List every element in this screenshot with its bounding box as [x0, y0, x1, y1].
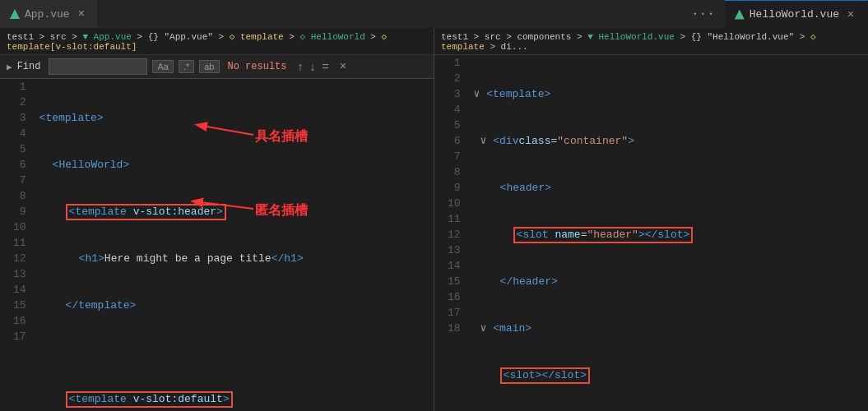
breadcrumb-text-right: test1 > src > components > ▼ HelloWorld.… [441, 31, 861, 52]
left-line-numbers: 12345 678910 1112131415 1617 [0, 79, 33, 411]
find-input[interactable] [49, 58, 147, 75]
find-aa-btn[interactable]: Aa [152, 60, 173, 73]
vue-icon-left [10, 9, 20, 19]
find-label: Find [17, 61, 41, 72]
tab-overflow-left[interactable]: ··· [685, 0, 722, 28]
left-line-4: <h1>Here might be a page title</h1> [39, 251, 427, 266]
main-content: test1 > src > ▼ App.vue > {} "App.vue" >… [0, 29, 868, 411]
right-line-numbers: 12345 678910 1112131415 161718 [434, 55, 467, 411]
left-line-7: <template v-slot:default> [39, 391, 427, 407]
right-line-4: <slot name="header"></slot> [474, 227, 861, 242]
vue-icon-right [735, 10, 745, 20]
find-word-btn[interactable]: ab [199, 60, 219, 73]
tab-label-helloworld: HelloWorld.vue [750, 8, 839, 21]
find-bar: ▶ Find Aa .* ab No results ↑ ↓ = × [0, 55, 434, 79]
find-no-results: No results [228, 61, 287, 72]
right-line-1: ∨ <template> [474, 86, 861, 102]
find-match-btn[interactable]: = [320, 60, 332, 73]
tab-helloworld-vue[interactable]: HelloWorld.vue × [725, 0, 868, 28]
left-line-2: <HelloWorld> [39, 157, 427, 173]
tabs-bar: App.vue × ··· HelloWorld.vue × [0, 0, 868, 29]
find-prev-btn[interactable]: ↑ [295, 60, 306, 73]
right-line-7: <slot></slot> [474, 367, 861, 383]
breadcrumb-text-left: test1 > src > ▼ App.vue > {} "App.vue" >… [7, 31, 427, 52]
right-line-2: ∨ <div class="container"> [474, 133, 861, 149]
right-code-lines: ∨ <template> ∨ <div class="container"> <… [467, 55, 868, 411]
find-nav: ↑ ↓ = [295, 60, 332, 73]
left-editor-pane: test1 > src > ▼ App.vue > {} "App.vue" >… [0, 29, 434, 411]
find-regex-btn[interactable]: .* [179, 60, 194, 73]
app-container: App.vue × ··· HelloWorld.vue × test1 > s… [0, 0, 868, 411]
right-line-3: <header> [474, 180, 861, 196]
find-next-btn[interactable]: ↓ [308, 60, 318, 73]
right-code-area[interactable]: 12345 678910 1112131415 161718 ∨ <templa… [434, 55, 868, 411]
left-line-1: <template> [39, 110, 427, 126]
right-breadcrumb: test1 > src > components > ▼ HelloWorld.… [434, 29, 868, 55]
right-line-5: </header> [474, 274, 861, 289]
left-line-6 [39, 344, 427, 360]
left-code-area[interactable]: 12345 678910 1112131415 1617 <template> … [0, 79, 434, 411]
tab-close-hello[interactable]: × [844, 8, 857, 21]
find-close-btn[interactable]: × [340, 60, 346, 73]
left-breadcrumb: test1 > src > ▼ App.vue > {} "App.vue" >… [0, 29, 434, 55]
find-arrow[interactable]: ▶ [7, 62, 12, 72]
tab-app-vue[interactable]: App.vue × [0, 0, 99, 28]
left-code-area-wrapper: 12345 678910 1112131415 1617 <template> … [0, 79, 434, 411]
tab-label-app: App.vue [25, 8, 70, 21]
left-line-3: <template v-slot:header> [39, 204, 427, 219]
right-line-6: ∨ <main> [474, 321, 861, 336]
right-editor-pane: test1 > src > components > ▼ HelloWorld.… [434, 29, 868, 411]
left-code-lines: <template> <HelloWorld> <template v-slot… [33, 79, 434, 411]
left-line-5: </template> [39, 298, 427, 313]
tab-close-app[interactable]: × [75, 7, 88, 21]
right-code-area-wrapper: 12345 678910 1112131415 161718 ∨ <templa… [434, 55, 868, 411]
